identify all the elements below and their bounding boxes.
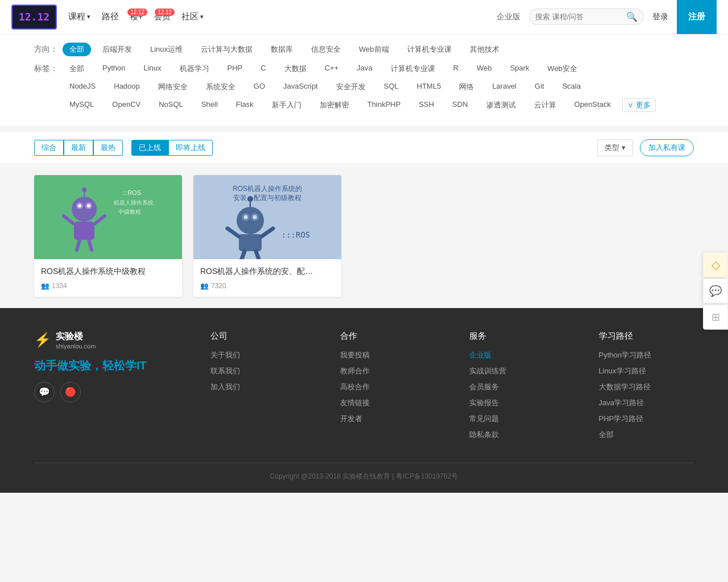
footer-link-member[interactable]: 会员服务 xyxy=(469,382,565,392)
nav-lou[interactable]: 楼+ 12.12 xyxy=(130,12,143,22)
footer-link-bigdata-path[interactable]: 大数据学习路径 xyxy=(599,382,694,392)
tag-web[interactable]: Web xyxy=(470,62,499,76)
tag-r[interactable]: R xyxy=(446,62,465,76)
tag-hadoop[interactable]: Hadoop xyxy=(107,80,147,94)
tag-secdev[interactable]: 安全开发 xyxy=(329,80,373,94)
footer-link-report[interactable]: 实验报告 xyxy=(469,398,565,408)
tag-sdn[interactable]: SDN xyxy=(445,98,474,112)
tag-linux[interactable]: Linux xyxy=(136,62,168,76)
footer-link-linux-path[interactable]: Linux学习路径 xyxy=(599,366,694,376)
tag-html5[interactable]: HTML5 xyxy=(410,80,448,94)
footer-brand: ⚡ 实验楼 shiyanlou.com 动手做实验，轻松学IT 💬 🔴 xyxy=(34,331,176,446)
login-button[interactable]: 登录 xyxy=(652,12,668,22)
nav-member[interactable]: 会员 12.12 xyxy=(154,12,170,22)
direction-tag-security[interactable]: 信息安全 xyxy=(304,43,348,56)
sort-tab-comprehensive[interactable]: 综合 xyxy=(34,140,64,156)
tag-sql[interactable]: SQL xyxy=(377,80,406,94)
tag-network[interactable]: 网络 xyxy=(452,80,481,94)
footer-link-university[interactable]: 高校合作 xyxy=(340,382,436,392)
float-wechat-button[interactable]: 💬 xyxy=(703,278,728,304)
footer-link-about[interactable]: 关于我们 xyxy=(210,350,306,360)
online-tab-online[interactable]: 已上线 xyxy=(131,140,168,156)
tag-syssec[interactable]: 系统安全 xyxy=(199,80,242,94)
float-vip-button[interactable]: ◇ xyxy=(703,252,728,277)
tag-flask[interactable]: Flask xyxy=(229,98,260,112)
sort-tab-hottest[interactable]: 最热 xyxy=(93,140,123,156)
footer-link-join[interactable]: 加入我们 xyxy=(210,382,306,392)
tag-js[interactable]: JavaScript xyxy=(276,80,325,94)
footer-link-privacy[interactable]: 隐私条款 xyxy=(469,430,565,440)
tag-opencv[interactable]: OpenCV xyxy=(105,98,147,112)
tag-thinkphp[interactable]: ThinkPHP xyxy=(361,98,408,112)
logo[interactable]: 12.12 xyxy=(11,5,57,30)
register-button[interactable]: 注册 xyxy=(677,0,717,34)
course-card[interactable]: ROS机器人操作系统的 安装、配置与初级教程 :::ROS xyxy=(193,175,341,297)
search-input[interactable] xyxy=(535,13,626,21)
tag-crypto[interactable]: 加密解密 xyxy=(313,98,356,112)
tag-pentest[interactable]: 渗透测试 xyxy=(479,98,523,112)
tag-c[interactable]: C xyxy=(254,62,272,76)
direction-tag-web[interactable]: Web前端 xyxy=(352,43,396,56)
tag-netsec[interactable]: 网络安全 xyxy=(151,80,195,94)
wechat-button[interactable]: 💬 xyxy=(34,382,55,402)
search-icon[interactable]: 🔍 xyxy=(626,11,638,22)
tag-all[interactable]: 全部 xyxy=(63,62,91,76)
tag-go[interactable]: GO xyxy=(247,80,272,94)
course-meta: 👥 7320 xyxy=(200,282,334,290)
tag-nosql[interactable]: NoSQL xyxy=(152,98,190,112)
online-tab-coming[interactable]: 即将上线 xyxy=(168,140,213,156)
direction-tag-cs[interactable]: 计算机专业课 xyxy=(400,43,458,56)
direction-tag-other[interactable]: 其他技术 xyxy=(463,43,506,56)
nav-path[interactable]: 路径 xyxy=(102,11,119,22)
tag-mysql[interactable]: MySQL xyxy=(63,98,101,112)
tag-ml[interactable]: 机器学习 xyxy=(173,62,216,76)
float-miniapp-button[interactable]: ⊞ xyxy=(703,305,728,330)
tag-cpp[interactable]: C++ xyxy=(318,62,346,76)
tag-git[interactable]: Git xyxy=(528,80,551,94)
tag-scala[interactable]: Scala xyxy=(556,80,588,94)
footer-link-all-paths[interactable]: 全部 xyxy=(599,430,694,440)
tag-bigdata[interactable]: 大数据 xyxy=(278,62,313,76)
footer-link-python-path[interactable]: Python学习路径 xyxy=(599,350,694,360)
tag-python[interactable]: Python xyxy=(96,62,132,76)
tag-nodejs[interactable]: NodeJS xyxy=(63,80,102,94)
footer-link-contribute[interactable]: 我要投稿 xyxy=(340,350,436,360)
footer-link-contact[interactable]: 联系我们 xyxy=(210,366,306,376)
nav-lou-badge: 12.12 xyxy=(127,9,147,16)
type-dropdown[interactable]: 类型 ▾ xyxy=(597,139,633,156)
tag-cloudcomp[interactable]: 云计算 xyxy=(527,98,563,112)
tag-websec[interactable]: Web安全 xyxy=(541,62,585,76)
footer-link-faq[interactable]: 常见问题 xyxy=(469,414,565,424)
footer-link-teacher[interactable]: 教师合作 xyxy=(340,366,436,376)
footer-link-camp[interactable]: 实战训练营 xyxy=(469,366,565,376)
tag-spark[interactable]: Spark xyxy=(503,62,536,76)
tag-beginner[interactable]: 新手入门 xyxy=(265,98,308,112)
tag-shell[interactable]: Shell xyxy=(195,98,225,112)
tag-php[interactable]: PHP xyxy=(221,62,250,76)
tag-cs-pro[interactable]: 计算机专业课 xyxy=(384,62,442,76)
direction-tag-backend[interactable]: 后端开发 xyxy=(96,43,139,56)
tag-ssh[interactable]: SSH xyxy=(412,98,441,112)
footer-link-enterprise[interactable]: 企业版 xyxy=(469,350,565,360)
svg-point-7 xyxy=(87,204,90,207)
direction-tag-linux[interactable]: Linux运维 xyxy=(143,43,189,56)
footer-link-friendlink[interactable]: 友情链接 xyxy=(340,398,436,408)
tag-laravel[interactable]: Laravel xyxy=(485,80,523,94)
tag-openstack[interactable]: OpenStack xyxy=(568,98,618,112)
sort-tab-newest[interactable]: 最新 xyxy=(64,140,93,156)
weibo-button[interactable]: 🔴 xyxy=(60,382,81,402)
logo-text: 12.12 xyxy=(19,11,49,23)
course-card[interactable]: :::ROS 机器人操作系统 中级教程 xyxy=(34,175,182,297)
private-course-button[interactable]: 加入私有课 xyxy=(640,139,694,156)
direction-tag-all[interactable]: 全部 xyxy=(63,43,91,56)
direction-tag-cloud[interactable]: 云计算与大数据 xyxy=(194,43,259,56)
enterprise-link[interactable]: 企业版 xyxy=(497,12,520,22)
nav-courses[interactable]: 课程 ▾ xyxy=(68,11,90,22)
footer-link-developer[interactable]: 开发者 xyxy=(340,414,436,424)
tag-java[interactable]: Java xyxy=(350,62,379,76)
nav-community[interactable]: 社区 ▾ xyxy=(181,11,204,22)
footer-link-php-path[interactable]: PHP学习路径 xyxy=(599,414,694,424)
direction-tag-db[interactable]: 数据库 xyxy=(264,43,300,56)
tag-more[interactable]: ∨ 更多 xyxy=(622,98,656,112)
footer-link-java-path[interactable]: Java学习路径 xyxy=(599,398,694,408)
